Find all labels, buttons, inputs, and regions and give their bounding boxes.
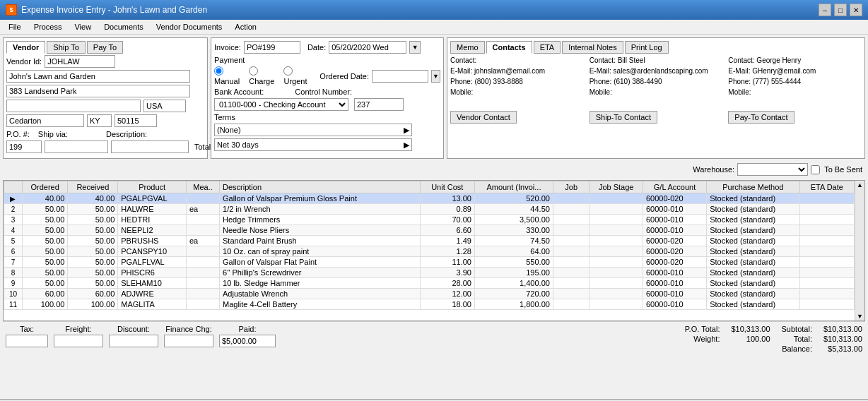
cell-eta-date <box>799 278 854 289</box>
cell-job-stage <box>590 236 643 246</box>
date-picker-button[interactable]: ▼ <box>409 41 421 54</box>
payment-urgent-radio[interactable] <box>283 66 293 76</box>
warehouse-select[interactable] <box>737 163 808 176</box>
description-input[interactable] <box>111 140 189 153</box>
vendor-id-input[interactable] <box>45 55 115 68</box>
table-row[interactable]: 9 50.00 50.00 SLEHAM10 10 lb. Sledge Ham… <box>4 278 855 289</box>
payment-manual-radio[interactable] <box>214 66 223 76</box>
close-button[interactable]: ✕ <box>850 4 862 16</box>
tab-ship-to[interactable]: Ship To <box>47 41 86 54</box>
ordered-date-input[interactable] <box>372 70 428 83</box>
finance-chg-input[interactable] <box>164 335 213 347</box>
menu-file[interactable]: File <box>3 21 27 32</box>
payment-label: Payment <box>214 56 245 64</box>
col-eta-date: ETA Date <box>799 181 854 193</box>
freight-input[interactable] <box>54 335 103 347</box>
menu-vendor-documents[interactable]: Vendor Documents <box>151 21 228 32</box>
shipto-contact-phone: Phone: (610) 388-4490 <box>590 76 723 87</box>
minimize-button[interactable]: – <box>819 4 831 16</box>
table-row[interactable]: 7 50.00 50.00 PGALFLVAL Gallon of Valspa… <box>4 257 855 268</box>
to-be-sent-checkbox[interactable] <box>811 165 820 174</box>
warehouse-label: Warehouse: <box>693 165 734 174</box>
tab-vendor[interactable]: Vendor <box>6 41 45 54</box>
cell-received: 50.00 <box>68 204 118 215</box>
table-row[interactable]: 6 50.00 50.00 PCANSPY10 10 Oz. can of sp… <box>4 246 855 257</box>
tab-memo[interactable]: Memo <box>450 41 485 54</box>
ordered-date-label: Ordered Date: <box>319 72 369 80</box>
table-row[interactable]: 5 50.00 50.00 PBRUSHS ea Standard Paint … <box>4 236 855 246</box>
menu-documents[interactable]: Documents <box>98 21 149 32</box>
tab-print-log[interactable]: Print Log <box>625 41 669 54</box>
table-row[interactable]: 2 50.00 50.00 HALWRE ea 1/2 in Wrench 0.… <box>4 204 855 215</box>
payto-contact-button[interactable]: Pay-To Contact <box>728 111 794 124</box>
cell-description: Adjustable Wrench <box>220 289 421 299</box>
cell-product: PCANSPY10 <box>118 246 187 257</box>
vendor-zip-input[interactable] <box>115 114 157 127</box>
date-input[interactable] <box>329 41 406 54</box>
tax-input[interactable] <box>6 335 48 347</box>
table-row[interactable]: 4 50.00 50.00 NEEPLI2 Needle Nose Pliers… <box>4 225 855 236</box>
vendor-name-input[interactable] <box>6 70 190 83</box>
window-title: Expense Invoice Entry - John's Lawn and … <box>21 5 207 15</box>
vendor-address1-input[interactable] <box>6 85 190 97</box>
tab-pay-to[interactable]: Pay To <box>87 41 123 54</box>
cell-amount: 1,400.00 <box>474 278 553 289</box>
cell-received: 50.00 <box>68 236 118 246</box>
table-row[interactable]: 8 50.00 50.00 PHISCR6 6'' Phillip's Scre… <box>4 268 855 278</box>
weight-value: 100.00 <box>746 335 770 343</box>
table-row[interactable]: ▶ 40.00 40.00 PGALPGVAL Gallon of Valspa… <box>4 193 855 204</box>
shipto-contact-button[interactable]: Ship-To Contact <box>590 111 657 124</box>
cell-unit-cost: 18.00 <box>420 299 474 310</box>
cell-received: 50.00 <box>68 257 118 268</box>
tab-internal-notes[interactable]: Internal Notes <box>562 41 623 54</box>
tab-contacts[interactable]: Contacts <box>486 41 532 54</box>
scroll-up-icon[interactable]: ▲ <box>857 181 863 188</box>
scroll-down-icon[interactable]: ▼ <box>857 313 863 320</box>
col-gl-account: G/L Account <box>643 181 706 193</box>
cell-job <box>553 215 590 225</box>
po-total-value: $10,313.00 <box>731 325 770 333</box>
payment-charge-label: Charge <box>249 77 274 85</box>
cell-eta-date <box>799 204 854 215</box>
cell-gl-account: 60000-020 <box>643 193 706 204</box>
menu-action[interactable]: Action <box>229 21 262 32</box>
invoice-input[interactable] <box>244 41 300 54</box>
payment-charge-radio[interactable] <box>249 66 258 76</box>
table-row[interactable]: 11 100.00 100.00 MAGLITA Maglite 4-Cell … <box>4 299 855 310</box>
ship-via-label: Ship via: <box>38 130 68 138</box>
warehouse-row: Warehouse: To Be Sent <box>3 162 865 177</box>
po-input[interactable] <box>6 140 42 153</box>
row-indicator: 5 <box>4 236 23 246</box>
cell-purchase-method: Stocked (standard) <box>707 225 799 236</box>
cell-job-stage <box>590 289 643 299</box>
control-number-input[interactable] <box>354 98 404 111</box>
vendor-contact-button[interactable]: Vendor Contact <box>450 111 517 124</box>
table-row[interactable]: 10 60.00 60.00 ADJWRE Adjustable Wrench … <box>4 289 855 299</box>
vendor-address2-input[interactable] <box>6 100 141 112</box>
tab-eta[interactable]: ETA <box>534 41 561 54</box>
ship-via-input[interactable] <box>45 140 108 153</box>
cell-description: Maglite 4-Cell Battery <box>220 299 421 310</box>
bank-account-select[interactable]: 01100-000 - Checking Account <box>214 98 348 111</box>
cell-ordered: 50.00 <box>22 225 67 236</box>
date-label: Date: <box>307 43 326 52</box>
terms-dropdown[interactable]: (None) ▶ <box>214 124 412 136</box>
main-content: Vendor Ship To Pay To Vendor Id: <box>0 35 868 399</box>
cell-mea <box>186 299 219 310</box>
cell-description: Hedge Trimmers <box>220 215 421 225</box>
discount-input[interactable] <box>109 335 158 347</box>
payment-radio-group: Manual Charge Urgent <box>214 66 311 85</box>
menu-process[interactable]: Process <box>28 21 68 32</box>
table-row[interactable]: 3 50.00 50.00 HEDTRI Hedge Trimmers 70.0… <box>4 215 855 225</box>
cell-purchase-method: Stocked (standard) <box>707 215 799 225</box>
maximize-button[interactable]: □ <box>834 4 847 16</box>
vendor-city-input[interactable] <box>6 114 84 127</box>
to-be-sent-label: To Be Sent <box>824 165 862 174</box>
terms-net-dropdown[interactable]: Net 30 days ▶ <box>214 138 412 151</box>
paid-input[interactable] <box>219 335 276 347</box>
cell-amount: 44.50 <box>474 204 553 215</box>
vendor-state-input[interactable] <box>87 114 112 127</box>
vendor-country-input[interactable] <box>143 100 186 112</box>
menu-view[interactable]: View <box>69 21 97 32</box>
ordered-date-picker-button[interactable]: ▼ <box>431 70 440 83</box>
